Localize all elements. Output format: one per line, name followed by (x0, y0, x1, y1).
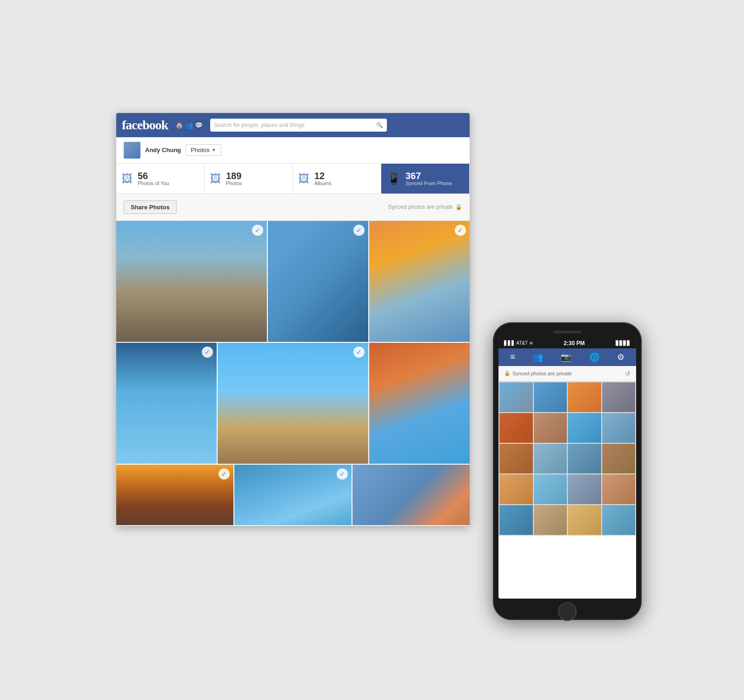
phone-speaker (553, 331, 581, 333)
phone-home-button[interactable] (558, 602, 577, 621)
user-name-area: Andy Chung (145, 147, 181, 153)
photo-cell-2[interactable]: ✓ (268, 221, 368, 342)
phone-photo-19[interactable] (568, 505, 601, 535)
synced-info: 367 Synced From Phone (405, 171, 452, 186)
photos-count: 189 (226, 171, 242, 180)
photo-cell-8[interactable]: ✓ (234, 465, 352, 525)
phone-lock-icon: 🔒 (504, 370, 511, 376)
phone-synced-bar: 🔒 Synced photos are private ↺ (498, 366, 636, 381)
stat-photos-of-you[interactable]: 🖼 56 Photos of You (116, 164, 205, 193)
lock-icon: 🔒 (455, 204, 462, 210)
phone-screen: ▋▋▋ AT&T ≋ 2:30 PM ▊▊▊▊ ≡ 👥 📷 🌐 ⚙ 🔒 (498, 338, 636, 599)
synced-label: Synced From Phone (405, 180, 452, 186)
phone-sync-icon: 📱 (387, 172, 401, 185)
share-photos-button[interactable]: Share Photos (124, 200, 177, 214)
photo-image-8: ✓ (234, 465, 352, 525)
phone-globe-icon[interactable]: 🌐 (589, 352, 599, 362)
photo-row-3: ✓ ✓ (116, 465, 470, 525)
header-icon-3: 💬 (195, 121, 203, 129)
phone-photo-18[interactable] (534, 505, 567, 535)
profile-bar: Andy Chung Photos ▼ (116, 137, 470, 164)
photo-check-5: ✓ (353, 347, 365, 358)
phone-photo-grid (498, 381, 636, 536)
phone-friends-icon[interactable]: 👥 (533, 352, 543, 362)
photo-image-5: ✓ (218, 343, 368, 464)
photo-check-8: ✓ (337, 468, 348, 480)
phone-refresh-icon[interactable]: ↺ (625, 370, 631, 377)
photo-cell-4[interactable]: ✓ (116, 343, 217, 464)
facebook-header: facebook 🏠 👥 💬 Search for people, places… (116, 113, 470, 137)
photos-label: Photos (191, 147, 209, 153)
photos-info: 189 Photos (226, 171, 242, 186)
facebook-logo: facebook (122, 118, 168, 133)
facebook-desktop-ui: facebook 🏠 👥 💬 Search for people, places… (116, 113, 470, 526)
photo-cell-9[interactable] (352, 465, 470, 525)
phone-photo-7[interactable] (568, 413, 601, 443)
search-box[interactable]: Search for people, places and things 🔍 (210, 119, 387, 132)
photos-of-you-icon: 🖼 (122, 172, 133, 185)
search-icon: 🔍 (376, 122, 383, 128)
photo-row-2: ✓ ✓ (116, 343, 470, 464)
photo-image-1: ✓ (116, 221, 267, 342)
phone-photo-10[interactable] (534, 444, 567, 473)
user-avatar (124, 142, 140, 159)
phone-photo-14[interactable] (534, 474, 567, 504)
photo-cell-5[interactable]: ✓ (218, 343, 368, 464)
scene: facebook 🏠 👥 💬 Search for people, places… (116, 94, 628, 606)
phone-photo-6[interactable] (534, 413, 567, 443)
phone-time: 2:30 PM (564, 340, 585, 347)
phone-photo-17[interactable] (499, 505, 533, 535)
albums-label: Albums (314, 180, 332, 186)
phone-photo-12[interactable] (602, 444, 636, 473)
privacy-note-text: Synced photos are private (388, 204, 453, 210)
phone-photo-2[interactable] (534, 382, 567, 412)
phone-photo-13[interactable] (499, 474, 533, 504)
phone-synced-text: 🔒 Synced photos are private (504, 370, 572, 376)
photo-image-6 (369, 343, 470, 464)
albums-icon: 🖼 (299, 172, 310, 185)
photo-image-2: ✓ (268, 221, 368, 342)
stat-synced-from-phone[interactable]: 📱 367 Synced From Phone (381, 164, 470, 193)
photo-image-4: ✓ (116, 343, 217, 464)
phone-photo-1[interactable] (499, 382, 533, 412)
phone-photo-20[interactable] (602, 505, 636, 535)
photos-of-you-count: 56 (138, 171, 169, 180)
phone-photo-9[interactable] (499, 444, 533, 473)
phone-synced-label: Synced photos are private (512, 371, 572, 376)
photos-icon: 🖼 (210, 172, 221, 185)
photos-dropdown-button[interactable]: Photos ▼ (186, 144, 221, 156)
header-icon-2: 👥 (185, 121, 193, 129)
photo-cell-6[interactable] (369, 343, 470, 464)
search-placeholder: Search for people, places and things (214, 122, 305, 128)
photo-cell-3[interactable]: ✓ (369, 221, 470, 342)
phone-menu-icon[interactable]: ≡ (510, 352, 515, 362)
photo-check-2: ✓ (353, 225, 365, 236)
phone-settings-icon[interactable]: ⚙ (617, 352, 624, 362)
photo-cell-1[interactable]: ✓ (116, 221, 267, 342)
header-icons: 🏠 👥 💬 (175, 121, 203, 129)
phone-photo-8[interactable] (602, 413, 636, 443)
photo-image-3: ✓ (369, 221, 470, 342)
phone-photo-11[interactable] (568, 444, 601, 473)
albums-count: 12 (314, 171, 332, 180)
albums-info: 12 Albums (314, 171, 332, 186)
photo-row-1: ✓ ✓ ✓ (116, 221, 470, 342)
synced-count: 367 (405, 171, 452, 180)
photo-cell-7[interactable]: ✓ (116, 465, 233, 525)
phone-photo-3[interactable] (568, 382, 601, 412)
stat-photos[interactable]: 🖼 189 Photos (205, 164, 293, 193)
photo-check-1: ✓ (252, 225, 263, 236)
photo-image-7: ✓ (116, 465, 233, 525)
header-icon-1: 🏠 (175, 121, 183, 129)
phone-photo-4[interactable] (602, 382, 636, 412)
photo-check-3: ✓ (455, 225, 466, 236)
phone-photo-15[interactable] (568, 474, 601, 504)
phone-photo-5[interactable] (499, 413, 533, 443)
phone-camera-icon[interactable]: 📷 (561, 352, 571, 362)
stat-albums[interactable]: 🖼 12 Albums (293, 164, 381, 193)
photo-check-7: ✓ (219, 468, 230, 480)
photo-grid: ✓ ✓ ✓ ✓ (116, 221, 470, 525)
phone-photo-16[interactable] (602, 474, 636, 504)
phone-carrier: ▋▋▋ AT&T ≋ (504, 340, 533, 346)
dropdown-chevron-icon: ▼ (212, 147, 216, 153)
